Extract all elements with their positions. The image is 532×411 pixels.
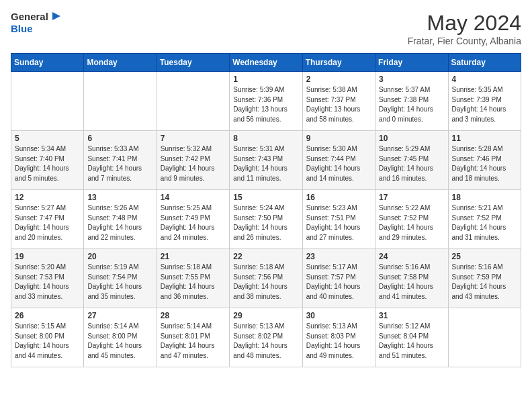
day-info: Sunrise: 5:20 AM Sunset: 7:53 PM Dayligh… [15, 263, 80, 302]
calendar-week-1: 1Sunrise: 5:39 AM Sunset: 7:36 PM Daylig… [11, 72, 521, 131]
calendar-cell [448, 308, 521, 367]
page-header: General Blue May 2024 Fratar, Fier Count… [11, 11, 521, 46]
calendar-cell: 14Sunrise: 5:25 AM Sunset: 7:49 PM Dayli… [157, 190, 229, 249]
calendar-cell: 6Sunrise: 5:33 AM Sunset: 7:41 PM Daylig… [84, 131, 157, 190]
day-info: Sunrise: 5:23 AM Sunset: 7:51 PM Dayligh… [306, 203, 371, 242]
day-info: Sunrise: 5:14 AM Sunset: 8:01 PM Dayligh… [161, 322, 226, 361]
day-info: Sunrise: 5:32 AM Sunset: 7:42 PM Dayligh… [161, 144, 226, 183]
day-number: 10 [379, 134, 444, 143]
calendar-week-4: 19Sunrise: 5:20 AM Sunset: 7:53 PM Dayli… [11, 249, 521, 308]
calendar-cell: 11Sunrise: 5:28 AM Sunset: 7:46 PM Dayli… [448, 131, 521, 190]
weekday-header-thursday: Thursday [302, 54, 375, 72]
day-number: 18 [452, 193, 517, 202]
day-number: 7 [161, 134, 226, 143]
day-info: Sunrise: 5:39 AM Sunset: 7:36 PM Dayligh… [233, 85, 298, 124]
calendar-cell: 27Sunrise: 5:14 AM Sunset: 8:00 PM Dayli… [84, 308, 157, 367]
day-number: 22 [233, 252, 298, 261]
logo: General Blue [11, 11, 60, 34]
day-number: 5 [15, 134, 80, 143]
calendar-cell: 28Sunrise: 5:14 AM Sunset: 8:01 PM Dayli… [157, 308, 229, 367]
weekday-header-tuesday: Tuesday [157, 54, 229, 72]
calendar-cell: 19Sunrise: 5:20 AM Sunset: 7:53 PM Dayli… [11, 249, 84, 308]
calendar-cell: 26Sunrise: 5:15 AM Sunset: 8:00 PM Dayli… [11, 308, 84, 367]
logo-text: General Blue [11, 11, 60, 34]
day-info: Sunrise: 5:38 AM Sunset: 7:37 PM Dayligh… [306, 85, 371, 124]
day-number: 3 [379, 75, 444, 84]
calendar-cell [11, 72, 84, 131]
day-info: Sunrise: 5:35 AM Sunset: 7:39 PM Dayligh… [452, 85, 517, 124]
day-info: Sunrise: 5:31 AM Sunset: 7:43 PM Dayligh… [233, 144, 298, 183]
day-info: Sunrise: 5:13 AM Sunset: 8:03 PM Dayligh… [306, 322, 371, 361]
calendar-cell: 10Sunrise: 5:29 AM Sunset: 7:45 PM Dayli… [375, 131, 448, 190]
calendar-table: SundayMondayTuesdayWednesdayThursdayFrid… [11, 53, 521, 367]
day-info: Sunrise: 5:28 AM Sunset: 7:46 PM Dayligh… [452, 144, 517, 183]
day-number: 27 [87, 311, 152, 320]
day-info: Sunrise: 5:18 AM Sunset: 7:56 PM Dayligh… [233, 263, 298, 302]
day-number: 14 [161, 193, 226, 202]
day-number: 16 [306, 193, 371, 202]
day-info: Sunrise: 5:13 AM Sunset: 8:02 PM Dayligh… [233, 322, 298, 361]
day-number: 9 [306, 134, 371, 143]
day-number: 12 [15, 193, 80, 202]
day-number: 17 [379, 193, 444, 202]
day-number: 15 [233, 193, 298, 202]
calendar-cell: 17Sunrise: 5:22 AM Sunset: 7:52 PM Dayli… [375, 190, 448, 249]
day-info: Sunrise: 5:37 AM Sunset: 7:38 PM Dayligh… [379, 85, 444, 124]
calendar-cell: 29Sunrise: 5:13 AM Sunset: 8:02 PM Dayli… [230, 308, 302, 367]
day-number: 29 [233, 311, 298, 320]
day-info: Sunrise: 5:30 AM Sunset: 7:44 PM Dayligh… [306, 144, 371, 183]
day-info: Sunrise: 5:12 AM Sunset: 8:04 PM Dayligh… [379, 322, 444, 361]
day-info: Sunrise: 5:21 AM Sunset: 7:52 PM Dayligh… [452, 203, 517, 242]
day-number: 23 [306, 252, 371, 261]
day-info: Sunrise: 5:16 AM Sunset: 7:59 PM Dayligh… [452, 263, 517, 302]
calendar-cell: 3Sunrise: 5:37 AM Sunset: 7:38 PM Daylig… [375, 72, 448, 131]
day-info: Sunrise: 5:27 AM Sunset: 7:47 PM Dayligh… [15, 203, 80, 242]
calendar-cell: 30Sunrise: 5:13 AM Sunset: 8:03 PM Dayli… [302, 308, 375, 367]
weekday-header-saturday: Saturday [448, 54, 521, 72]
calendar-cell: 8Sunrise: 5:31 AM Sunset: 7:43 PM Daylig… [230, 131, 302, 190]
day-info: Sunrise: 5:15 AM Sunset: 8:00 PM Dayligh… [15, 322, 80, 361]
day-number: 4 [452, 75, 517, 84]
calendar-cell: 13Sunrise: 5:26 AM Sunset: 7:48 PM Dayli… [84, 190, 157, 249]
day-info: Sunrise: 5:19 AM Sunset: 7:54 PM Dayligh… [87, 263, 152, 302]
calendar-cell: 25Sunrise: 5:16 AM Sunset: 7:59 PM Dayli… [448, 249, 521, 308]
weekday-header-monday: Monday [84, 54, 157, 72]
location-subtitle: Fratar, Fier County, Albania [408, 36, 521, 46]
day-number: 2 [306, 75, 371, 84]
calendar-cell: 16Sunrise: 5:23 AM Sunset: 7:51 PM Dayli… [302, 190, 375, 249]
calendar-cell: 23Sunrise: 5:17 AM Sunset: 7:57 PM Dayli… [302, 249, 375, 308]
month-title: May 2024 [408, 11, 521, 36]
weekday-header-wednesday: Wednesday [230, 54, 302, 72]
day-info: Sunrise: 5:18 AM Sunset: 7:55 PM Dayligh… [161, 263, 226, 302]
day-number: 21 [161, 252, 226, 261]
calendar-cell: 22Sunrise: 5:18 AM Sunset: 7:56 PM Dayli… [230, 249, 302, 308]
calendar-week-5: 26Sunrise: 5:15 AM Sunset: 8:00 PM Dayli… [11, 308, 521, 367]
day-info: Sunrise: 5:22 AM Sunset: 7:52 PM Dayligh… [379, 203, 444, 242]
calendar-week-3: 12Sunrise: 5:27 AM Sunset: 7:47 PM Dayli… [11, 190, 521, 249]
calendar-cell: 2Sunrise: 5:38 AM Sunset: 7:37 PM Daylig… [302, 72, 375, 131]
day-info: Sunrise: 5:33 AM Sunset: 7:41 PM Dayligh… [87, 144, 152, 183]
calendar-cell [84, 72, 157, 131]
weekday-header-friday: Friday [375, 54, 448, 72]
calendar-cell: 5Sunrise: 5:34 AM Sunset: 7:40 PM Daylig… [11, 131, 84, 190]
calendar-cell: 21Sunrise: 5:18 AM Sunset: 7:55 PM Dayli… [157, 249, 229, 308]
day-number: 25 [452, 252, 517, 261]
calendar-cell [157, 72, 229, 131]
day-info: Sunrise: 5:14 AM Sunset: 8:00 PM Dayligh… [87, 322, 152, 361]
calendar-cell: 15Sunrise: 5:24 AM Sunset: 7:50 PM Dayli… [230, 190, 302, 249]
day-number: 20 [87, 252, 152, 261]
day-number: 6 [87, 134, 152, 143]
calendar-cell: 24Sunrise: 5:16 AM Sunset: 7:58 PM Dayli… [375, 249, 448, 308]
calendar-week-2: 5Sunrise: 5:34 AM Sunset: 7:40 PM Daylig… [11, 131, 521, 190]
day-number: 26 [15, 311, 80, 320]
svg-marker-0 [52, 12, 60, 20]
weekday-header-sunday: Sunday [11, 54, 84, 72]
day-info: Sunrise: 5:34 AM Sunset: 7:40 PM Dayligh… [15, 144, 80, 183]
day-number: 24 [379, 252, 444, 261]
day-info: Sunrise: 5:26 AM Sunset: 7:48 PM Dayligh… [87, 203, 152, 242]
day-number: 28 [161, 311, 226, 320]
calendar-cell: 9Sunrise: 5:30 AM Sunset: 7:44 PM Daylig… [302, 131, 375, 190]
calendar-cell: 4Sunrise: 5:35 AM Sunset: 7:39 PM Daylig… [448, 72, 521, 131]
day-number: 11 [452, 134, 517, 143]
day-number: 19 [15, 252, 80, 261]
